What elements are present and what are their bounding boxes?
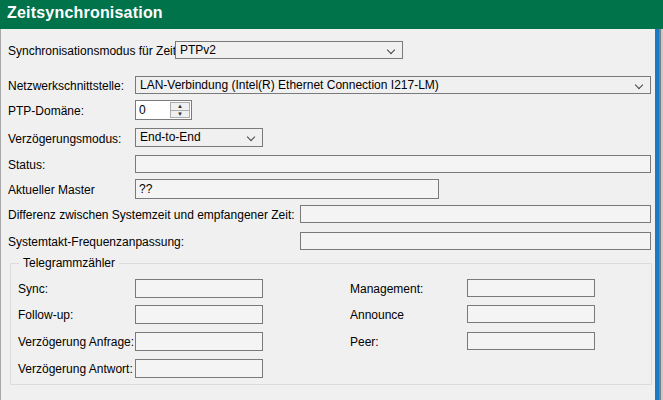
delay-mode-dropdown[interactable]: End-to-End	[135, 128, 263, 147]
page-header: Zeitsynchronisation	[0, 0, 663, 29]
spinner-up-button[interactable]: ▲	[170, 102, 190, 111]
delay-request-counter-label: Verzögerung Anfrage:	[18, 335, 134, 349]
spinner-down-button[interactable]: ▼	[170, 111, 190, 119]
current-master-label: Aktueller Master	[8, 183, 95, 197]
ptp-domain-stepper: ▲ ▼	[135, 100, 192, 120]
chevron-down-icon	[635, 81, 643, 89]
delay-mode-value: End-to-End	[140, 130, 201, 144]
peer-counter-label: Peer:	[350, 335, 379, 349]
telegram-counters-title: Telegrammzähler	[19, 256, 119, 270]
sync-mode-dropdown[interactable]: PTPv2	[175, 41, 403, 59]
sync-counter-label: Sync:	[18, 282, 48, 296]
followup-counter-label: Follow-up:	[18, 308, 73, 322]
delay-response-counter-field[interactable]	[135, 359, 263, 378]
current-master-field[interactable]	[135, 179, 439, 199]
spinner-down-icon: ▼	[177, 111, 183, 117]
frequency-adjustment-label: Systemtakt-Frequenzanpassung:	[8, 235, 184, 249]
ptp-domain-label: PTP-Domäne:	[8, 104, 84, 118]
network-interface-value: LAN-Verbindung (Intel(R) Ethernet Connec…	[140, 78, 439, 92]
zeitsynchronisation-panel: Zeitsynchronisation Synchronisationsmodu…	[0, 0, 663, 400]
management-counter-label: Management:	[350, 282, 423, 296]
announce-counter-label: Announce	[350, 308, 404, 322]
page-title: Zeitsynchronisation	[7, 4, 163, 22]
peer-counter-field[interactable]	[467, 332, 595, 350]
sync-counter-field[interactable]	[135, 279, 263, 298]
chevron-down-icon	[247, 133, 255, 141]
announce-counter-field[interactable]	[467, 305, 595, 323]
delay-response-counter-label: Verzögerung Antwort:	[18, 362, 133, 376]
sync-mode-value: PTPv2	[180, 43, 216, 57]
window-left-border	[0, 29, 1, 400]
status-label: Status:	[8, 158, 45, 172]
chevron-down-icon	[387, 46, 395, 54]
delay-mode-label: Verzögerungsmodus:	[8, 132, 121, 146]
network-interface-label: Netzwerkschnittstelle:	[8, 79, 124, 93]
frequency-adjustment-field[interactable]	[300, 232, 651, 250]
time-difference-label: Differenz zwischen Systemzeit und empfan…	[8, 208, 295, 222]
network-interface-dropdown[interactable]: LAN-Verbindung (Intel(R) Ethernet Connec…	[135, 76, 651, 94]
time-difference-field[interactable]	[300, 205, 651, 223]
ptp-domain-input[interactable]	[136, 101, 169, 119]
management-counter-field[interactable]	[467, 279, 595, 297]
sync-mode-label: Synchronisationsmodus für Zeit:	[8, 44, 179, 58]
followup-counter-field[interactable]	[135, 305, 263, 324]
spinner-up-icon: ▲	[177, 103, 183, 109]
status-field[interactable]	[135, 155, 651, 173]
delay-request-counter-field[interactable]	[135, 332, 263, 351]
